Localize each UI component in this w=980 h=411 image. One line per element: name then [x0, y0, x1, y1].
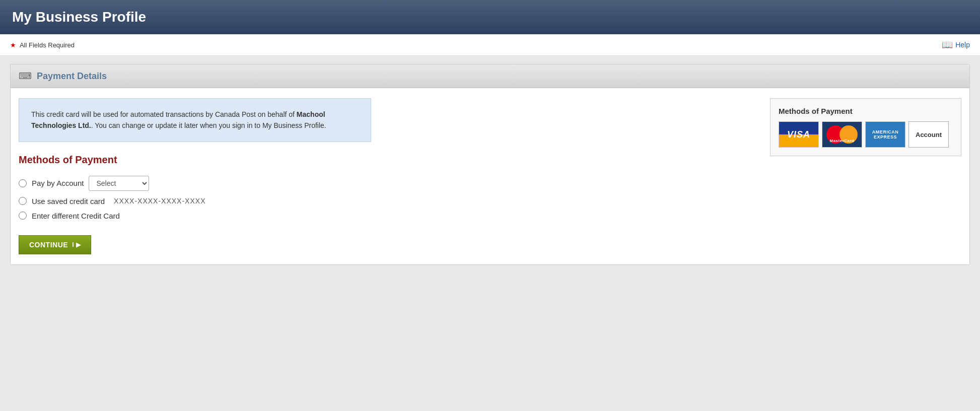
amex-logo: AMERICANEXPRESS	[865, 121, 905, 148]
saved-card-number: XXXX-XXXX-XXXX-XXXX	[114, 197, 205, 205]
enter-different-cc-radio[interactable]	[19, 212, 27, 220]
info-text-after: . You can change or update it later when…	[91, 121, 326, 129]
page-wrapper: My Business Profile ★ All Fields Require…	[0, 0, 980, 411]
required-note: ★ All Fields Required	[10, 41, 75, 49]
continue-arrow-icon: I ▶	[72, 241, 81, 248]
page-header: My Business Profile	[0, 0, 980, 34]
main-content: ⌨ Payment Details This credit card will …	[0, 56, 980, 273]
enter-different-cc-option: Enter different Credit Card	[19, 212, 760, 220]
help-icon: 📖	[942, 39, 953, 50]
account-select[interactable]: Select	[89, 176, 149, 191]
visa-logo: VISA	[779, 121, 819, 148]
use-saved-cc-option: Use saved credit card XXXX-XXXX-XXXX-XXX…	[19, 197, 760, 206]
card-body: This credit card will be used for automa…	[11, 88, 969, 264]
methods-heading: Methods of Payment	[19, 154, 760, 166]
amex-text: AMERICANEXPRESS	[872, 129, 899, 140]
payment-card: ⌨ Payment Details This credit card will …	[10, 64, 970, 265]
enter-different-cc-label[interactable]: Enter different Credit Card	[32, 212, 120, 220]
page-title: My Business Profile	[12, 9, 968, 25]
top-bar: ★ All Fields Required 📖 Help	[0, 34, 980, 56]
account-text: Account	[916, 131, 942, 139]
info-text-before: This credit card will be used for automa…	[31, 110, 297, 118]
continue-button-label: CONTINUE	[29, 241, 68, 249]
mastercard-logo: MasterCard	[822, 121, 862, 148]
right-panel-title: Methods of Payment	[779, 107, 953, 115]
pay-by-account-label[interactable]: Pay by Account	[32, 179, 84, 187]
use-saved-cc-label[interactable]: Use saved credit card	[32, 197, 105, 206]
mc-text: MasterCard	[822, 139, 862, 143]
payment-details-icon: ⌨	[19, 71, 32, 82]
card-right: Methods of Payment VISA MasterCard	[770, 98, 961, 254]
payment-logos: VISA MasterCard AMERICANEXPRESS	[779, 121, 953, 148]
continue-button[interactable]: CONTINUE I ▶	[19, 235, 91, 254]
card-left: This credit card will be used for automa…	[19, 98, 760, 254]
account-logo: Account	[908, 121, 949, 148]
help-label: Help	[955, 41, 970, 49]
use-saved-cc-radio[interactable]	[19, 197, 27, 205]
required-star: ★	[10, 41, 16, 49]
info-box: This credit card will be used for automa…	[19, 98, 371, 142]
payment-options: Pay by Account Select Use saved credit c…	[19, 176, 760, 220]
card-header: ⌨ Payment Details	[11, 64, 969, 88]
right-panel: Methods of Payment VISA MasterCard	[770, 98, 961, 156]
card-header-title: Payment Details	[37, 71, 107, 82]
pay-by-account-option: Pay by Account Select	[19, 176, 760, 191]
required-note-text: All Fields Required	[20, 41, 75, 49]
visa-text: VISA	[787, 129, 810, 140]
pay-by-account-radio[interactable]	[19, 179, 27, 187]
help-link[interactable]: 📖 Help	[942, 39, 970, 50]
